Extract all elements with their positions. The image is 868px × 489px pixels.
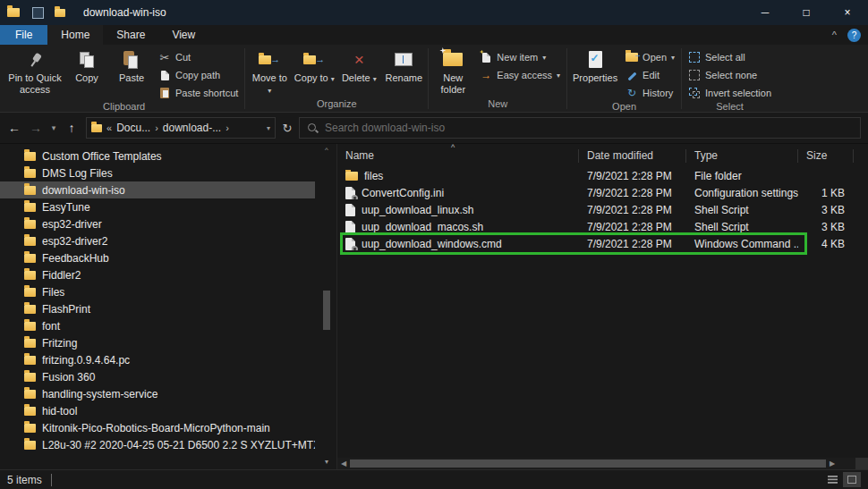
scrollbar-thumb[interactable] bbox=[350, 459, 826, 468]
breadcrumb-overflow-icon[interactable]: « bbox=[106, 122, 112, 133]
large-icons-view-button[interactable] bbox=[843, 472, 861, 487]
sidebar-folder-item[interactable]: FlashPrint bbox=[0, 300, 315, 317]
back-button[interactable]: ← bbox=[4, 121, 25, 135]
move-to-icon bbox=[259, 53, 280, 67]
collapse-ribbon-icon[interactable]: ^ bbox=[832, 30, 837, 40]
column-header-name[interactable]: Name bbox=[337, 149, 579, 163]
search-input[interactable] bbox=[323, 121, 860, 135]
copy-icon bbox=[79, 52, 95, 68]
new-folder-button[interactable]: New folder bbox=[431, 46, 474, 96]
sidebar-folder-item[interactable]: FeedbackHub bbox=[0, 249, 315, 266]
search-box[interactable] bbox=[299, 117, 861, 139]
horizontal-scrollbar[interactable]: ◀ ▶ bbox=[337, 458, 868, 469]
pin-to-quick-access-button[interactable]: Pin to Quick access bbox=[6, 46, 64, 96]
scroll-left-icon[interactable]: ◀ bbox=[337, 459, 350, 468]
select-all-button[interactable]: Select all bbox=[685, 50, 775, 64]
file-size-cell: 4 KB bbox=[798, 238, 854, 250]
new-item-icon bbox=[482, 53, 490, 63]
file-row[interactable]: uup_download_linux.sh 7/9/2021 2:28 PM S… bbox=[337, 201, 868, 218]
ribbon-tabs: File Home Share View ^ ? bbox=[0, 25, 868, 45]
sidebar-folder-item[interactable]: Custom Office Templates bbox=[0, 148, 315, 164]
breadcrumb-separator-icon[interactable]: › bbox=[226, 122, 229, 133]
easy-access-button[interactable]: Easy access ▾ bbox=[476, 68, 564, 82]
help-icon[interactable]: ? bbox=[847, 29, 861, 42]
edit-button[interactable]: Edit bbox=[622, 68, 678, 82]
sidebar-folder-item[interactable]: Files bbox=[0, 283, 315, 300]
breadcrumb-segment[interactable]: download-... bbox=[163, 122, 221, 134]
invert-selection-button[interactable]: Invert selection bbox=[685, 86, 775, 100]
paste-button[interactable]: Paste bbox=[110, 46, 153, 96]
copy-path-button[interactable]: Copy path bbox=[155, 68, 242, 82]
sidebar-folder-item[interactable]: EasyTune bbox=[0, 198, 315, 215]
sidebar-folder-item[interactable]: esp32-driver bbox=[0, 215, 315, 232]
sidebar-folder-item[interactable]: handling-system-service bbox=[0, 385, 315, 402]
address-dropdown-icon[interactable]: ▾ bbox=[267, 124, 270, 132]
sidebar-scrollbar[interactable]: ^ ▾ bbox=[322, 146, 331, 466]
address-bar[interactable]: « Docu... › download-... › ▾ bbox=[86, 117, 276, 139]
file-row[interactable]: ConvertConfig.ini 7/9/2021 2:28 PM Confi… bbox=[337, 184, 868, 201]
file-icon bbox=[345, 238, 355, 250]
file-type-cell: Shell Script bbox=[686, 221, 798, 233]
rename-button[interactable]: Rename bbox=[382, 46, 425, 96]
sidebar-folder-item[interactable]: fritzing.0.9.4.64.pc bbox=[0, 351, 315, 368]
details-view-button[interactable] bbox=[823, 472, 841, 487]
sidebar-folder-item[interactable]: Fiddler2 bbox=[0, 266, 315, 283]
minimize-button[interactable]: ─ bbox=[745, 0, 786, 25]
move-to-button[interactable]: Move to ▾ bbox=[248, 46, 291, 96]
delete-button[interactable]: × Delete ▾ bbox=[337, 46, 380, 96]
tab-home[interactable]: Home bbox=[47, 25, 103, 45]
folder-icon bbox=[24, 169, 36, 178]
up-button[interactable]: ↑ bbox=[61, 121, 82, 135]
file-row[interactable]: uup_download_macos.sh 7/9/2021 2:28 PM S… bbox=[337, 218, 868, 235]
folder-icon bbox=[24, 390, 36, 399]
sidebar-folder-item[interactable]: Fritzing bbox=[0, 334, 315, 351]
open-button[interactable]: Open ▾ bbox=[622, 50, 678, 64]
file-row[interactable]: uup_download_windows.cmd 7/9/2021 2:28 P… bbox=[337, 235, 868, 252]
breadcrumb-segment[interactable]: Docu... bbox=[116, 122, 150, 134]
tab-view[interactable]: View bbox=[158, 25, 208, 45]
copy-button[interactable]: Copy bbox=[65, 46, 108, 96]
new-folder-quick-icon[interactable] bbox=[55, 9, 65, 17]
cut-button[interactable]: ✂ Cut bbox=[155, 50, 242, 64]
tab-share[interactable]: Share bbox=[103, 25, 158, 45]
pin-icon bbox=[22, 47, 47, 72]
properties-quick-icon[interactable] bbox=[32, 7, 44, 19]
maximize-button[interactable]: □ bbox=[786, 0, 827, 25]
folder-icon bbox=[24, 254, 36, 263]
sidebar-folder-item[interactable]: DMS Log Files bbox=[0, 164, 315, 181]
sidebar-folder-item[interactable]: Kitronik-Pico-Robotics-Board-MicroPython… bbox=[0, 419, 315, 436]
column-header-type[interactable]: Type bbox=[686, 149, 798, 163]
sidebar-folder-item[interactable]: L28u-30 #2 2020-04-25 05-21 D6500 2.2 S … bbox=[0, 436, 315, 453]
recent-locations-dropdown[interactable]: ▾ bbox=[47, 123, 61, 132]
sidebar-folder-item[interactable]: esp32-driver2 bbox=[0, 232, 315, 249]
ribbon: Pin to Quick access Copy Paste ✂ Cut bbox=[0, 45, 868, 113]
sidebar-folder-item[interactable]: font bbox=[0, 317, 315, 334]
copy-to-button[interactable]: Copy to ▾ bbox=[293, 46, 336, 96]
quick-access-toolbar bbox=[32, 7, 65, 19]
history-button[interactable]: History bbox=[622, 86, 678, 100]
scroll-down-icon[interactable]: ▾ bbox=[322, 458, 331, 466]
folder-icon bbox=[24, 339, 36, 348]
select-none-button[interactable]: Select none bbox=[685, 68, 775, 82]
sidebar-folder-item[interactable]: Fusion 360 bbox=[0, 368, 315, 385]
column-header-date-modified[interactable]: Date modified bbox=[579, 149, 686, 163]
history-icon bbox=[625, 87, 638, 99]
forward-button[interactable]: → bbox=[25, 121, 47, 135]
tab-file[interactable]: File bbox=[0, 25, 47, 45]
new-item-button[interactable]: New item ▾ bbox=[476, 50, 564, 64]
breadcrumb-separator-icon[interactable]: › bbox=[155, 122, 158, 133]
scroll-up-icon[interactable]: ^ bbox=[322, 146, 331, 154]
file-name-cell: ConvertConfig.ini bbox=[337, 187, 579, 199]
file-row[interactable]: files 7/9/2021 2:28 PM File folder bbox=[337, 167, 868, 184]
refresh-icon[interactable]: ↻ bbox=[276, 122, 299, 135]
sidebar-folder-item[interactable]: hid-tool bbox=[0, 402, 315, 419]
sidebar-folder-item[interactable]: download-win-iso bbox=[0, 181, 315, 198]
properties-button[interactable]: Properties bbox=[570, 46, 620, 96]
column-header-size[interactable]: Size bbox=[798, 149, 854, 163]
paste-shortcut-button[interactable]: Paste shortcut bbox=[155, 86, 242, 100]
scroll-right-icon[interactable]: ▶ bbox=[826, 459, 838, 468]
close-button[interactable]: × bbox=[827, 0, 868, 25]
new-folder-icon bbox=[443, 53, 463, 66]
cut-icon: ✂ bbox=[158, 51, 171, 63]
scrollbar-thumb[interactable] bbox=[323, 291, 330, 330]
